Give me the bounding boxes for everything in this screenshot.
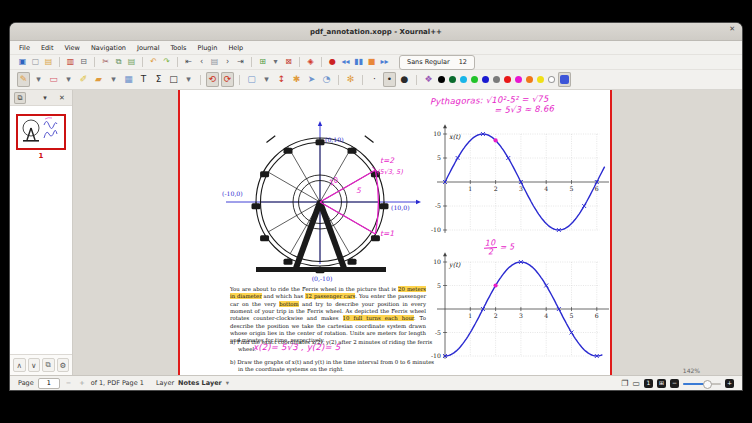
color-gray-button[interactable]: [493, 76, 500, 83]
menu-journal[interactable]: Journal: [137, 44, 159, 52]
eraser-button[interactable]: ▭: [47, 72, 60, 87]
last-page-button[interactable]: ⇥: [235, 57, 246, 68]
menu-tools[interactable]: Tools: [170, 44, 186, 52]
menu-view[interactable]: View: [64, 44, 79, 52]
first-page-button[interactable]: ⇤: [183, 57, 194, 68]
rewind-audio-button[interactable]: ◂◂: [340, 57, 351, 68]
line-width-fine-button[interactable]: ·: [368, 72, 381, 87]
paste-button[interactable]: ▤: [126, 57, 137, 68]
menu-plugin[interactable]: Plugin: [197, 44, 217, 52]
menu-edit[interactable]: Edit: [41, 44, 54, 52]
fill-options-dropdown-button[interactable]: ▾: [107, 72, 120, 87]
forward-audio-button[interactable]: ▸▸: [379, 57, 390, 68]
copy-button[interactable]: ⧉: [113, 57, 124, 68]
font-selector-button[interactable]: Sans Regular 12: [399, 55, 475, 70]
menu-navigation[interactable]: Navigation: [91, 44, 126, 52]
color-dark-green-button[interactable]: [449, 76, 456, 83]
play-pause-audio-button[interactable]: ▮▮: [353, 57, 364, 68]
pen-button[interactable]: ✎: [17, 72, 30, 87]
document-canvas[interactable]: (0,10)(-10,0)(10,0)(0,-10)105t=2(5√3, 5)…: [73, 90, 742, 375]
insert-text-button[interactable]: T: [137, 72, 150, 87]
snap-rotation-button[interactable]: ⟲: [206, 72, 219, 87]
page-decrement-button[interactable]: −: [64, 379, 73, 387]
current-color-swatch: [560, 75, 569, 84]
scroll-page-down-button[interactable]: ∨: [28, 358, 41, 372]
duplicate-page-button[interactable]: ⧉: [42, 358, 55, 372]
highlighter-button[interactable]: ✐: [77, 72, 90, 87]
color-green-button[interactable]: [471, 76, 478, 83]
single-page-badge-button[interactable]: 1: [644, 379, 653, 388]
open-button[interactable]: ▤: [43, 57, 54, 68]
record-audio-icon: ●: [329, 58, 336, 66]
new-page-after-button[interactable]: ⊞: [257, 57, 268, 68]
grid-layout-button[interactable]: ⊞: [657, 379, 666, 388]
preview-layout-button[interactable]: ⧉: [14, 92, 26, 104]
color-cyan-button[interactable]: [460, 76, 467, 83]
sidebar-collapse-button[interactable]: ▾: [39, 92, 51, 104]
pdf-page[interactable]: (0,10)(-10,0)(10,0)(0,-10)105t=2(5√3, 5)…: [178, 90, 612, 375]
color-black-button[interactable]: [438, 76, 445, 83]
menu-help[interactable]: Help: [228, 44, 243, 52]
color-white-button[interactable]: [548, 76, 555, 83]
color-chooser-button[interactable]: ❖: [422, 72, 435, 87]
eraser-options-dropdown-button[interactable]: ▾: [62, 72, 75, 87]
current-color-button[interactable]: [558, 72, 571, 87]
pen-options-dropdown-button[interactable]: ▾: [32, 72, 45, 87]
layer-dropdown-icon[interactable]: ▾: [226, 379, 229, 387]
window-close-button[interactable]: ✕: [729, 25, 735, 33]
preview-settings-button[interactable]: ⚙: [57, 358, 70, 372]
zoom-in-button[interactable]: +: [725, 379, 734, 388]
delete-page-button[interactable]: ⊠: [283, 57, 294, 68]
presentation-mode-button[interactable]: ▭: [632, 379, 640, 388]
color-blue-button[interactable]: [482, 76, 489, 83]
next-page-button[interactable]: ›: [222, 57, 233, 68]
redo-button[interactable]: ↷: [161, 57, 172, 68]
insert-latex-button[interactable]: Σ: [152, 72, 165, 87]
hand-tool-button[interactable]: ✱: [290, 72, 303, 87]
select-pdf-text-button[interactable]: ◔: [320, 72, 333, 87]
cut-button[interactable]: ✂: [100, 57, 111, 68]
goto-page-button[interactable]: ▤: [209, 57, 220, 68]
select-rectangle-button[interactable]: ▢: [245, 72, 258, 87]
page-number-input[interactable]: [38, 378, 60, 389]
print-button[interactable]: ⊟: [78, 57, 89, 68]
font-family-label: Sans Regular: [407, 58, 450, 66]
pythagoras-line2: = 5√3 ≈ 8.66: [494, 104, 554, 116]
draw-shape-button[interactable]: □: [167, 72, 180, 87]
save-button[interactable]: ▣: [17, 57, 28, 68]
layer-selector[interactable]: Notes Layer: [178, 379, 222, 387]
page-thumbnail[interactable]: [16, 114, 66, 150]
shape-recognizer-button[interactable]: ✻: [344, 72, 357, 87]
titlebar[interactable]: pdf_annotation.xopp - Xournal++ ✕: [10, 23, 742, 41]
draw-shape-dropdown-button[interactable]: ▾: [182, 72, 195, 87]
menu-file[interactable]: File: [19, 44, 30, 52]
color-magenta-button[interactable]: [515, 76, 522, 83]
undo-button[interactable]: ↶: [148, 57, 159, 68]
color-orange-button[interactable]: [526, 76, 533, 83]
color-red-button[interactable]: [504, 76, 511, 83]
line-width-medium-button[interactable]: •: [383, 72, 396, 87]
color-yellow-button[interactable]: [537, 76, 544, 83]
fullscreen-button[interactable]: ◈: [305, 57, 316, 68]
snap-grid-button[interactable]: ⟳: [221, 72, 234, 87]
fill-button[interactable]: ▰: [92, 72, 105, 87]
select-dropdown-button[interactable]: ▾: [260, 72, 273, 87]
scroll-page-up-button[interactable]: ∧: [13, 358, 26, 372]
svg-text:1: 1: [468, 312, 472, 319]
insert-image-button[interactable]: ▦: [122, 72, 135, 87]
stop-audio-button[interactable]: ■: [366, 57, 377, 68]
zoom-out-button[interactable]: −: [670, 379, 679, 388]
zoom-slider[interactable]: [683, 379, 721, 388]
sidebar-close-button[interactable]: ✕: [56, 92, 68, 104]
select-object-button[interactable]: ➤: [305, 72, 318, 87]
new-page-dropdown-button[interactable]: ▾: [270, 57, 281, 68]
page-increment-button[interactable]: +: [77, 379, 86, 387]
previous-page-button[interactable]: ‹: [196, 57, 207, 68]
zoom-slider-knob[interactable]: [703, 380, 712, 389]
record-audio-button[interactable]: ●: [327, 57, 338, 68]
vertical-space-button[interactable]: ↕: [275, 72, 288, 87]
dual-page-view-button[interactable]: ❐: [621, 379, 628, 388]
export-pdf-button[interactable]: ▥: [65, 57, 76, 68]
new-document-button[interactable]: ▢: [30, 57, 41, 68]
line-width-thick-button[interactable]: ●: [398, 72, 411, 87]
